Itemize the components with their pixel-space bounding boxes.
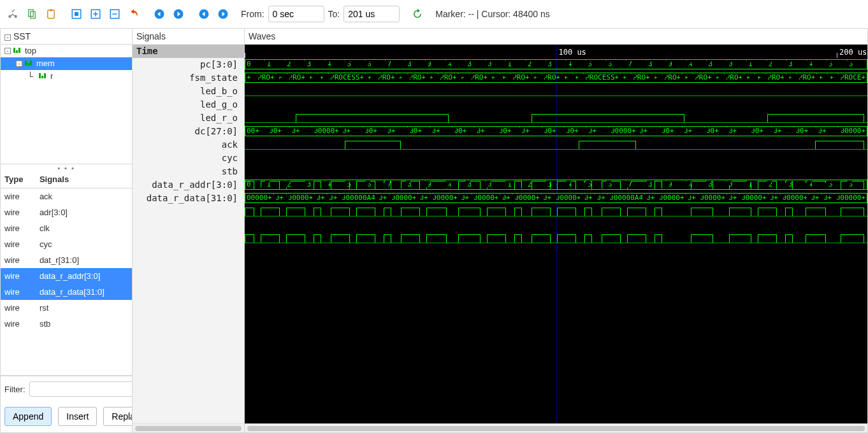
col-signals[interactable]: Signals bbox=[36, 171, 132, 188]
zoom-in-icon[interactable] bbox=[88, 6, 103, 22]
table-row[interactable]: wiredata_r_addr[3:0] bbox=[1, 268, 132, 284]
append-button[interactable]: Append bbox=[4, 407, 52, 426]
signals-panel: Signals Timepc[3:0]fsm_stateled_b_oled_g… bbox=[132, 28, 244, 433]
col-type[interactable]: Type bbox=[1, 171, 36, 188]
to-input[interactable] bbox=[344, 6, 400, 22]
tree-node-mem[interactable]: -mem bbox=[1, 57, 132, 70]
svg-rect-5 bbox=[75, 12, 78, 16]
waves-title: Waves bbox=[245, 29, 867, 45]
zoom-fit-icon[interactable] bbox=[69, 6, 84, 22]
jump-next-icon[interactable] bbox=[171, 6, 186, 22]
jump-prev-icon[interactable] bbox=[152, 6, 167, 22]
reload-icon[interactable] bbox=[410, 6, 425, 22]
table-row[interactable]: wireclk bbox=[1, 220, 132, 236]
signals-title: Signals bbox=[133, 29, 244, 45]
sst-panel: - SST -top-mem└r • • • Type Signals wire… bbox=[0, 28, 132, 433]
table-row[interactable]: wireadr[3:0] bbox=[1, 204, 132, 220]
table-row[interactable]: wirerst bbox=[1, 300, 132, 316]
table-row[interactable]: wiredata_r_data[31:0] bbox=[1, 284, 132, 300]
tree-node-r[interactable]: └r bbox=[1, 70, 132, 83]
sst-tree[interactable]: -top-mem└r bbox=[1, 45, 132, 164]
table-row[interactable]: wirestb bbox=[1, 316, 132, 332]
signal-label[interactable]: data_r_addr[3:0] bbox=[133, 178, 244, 192]
signal-label[interactable]: led_r_o bbox=[133, 111, 244, 125]
insert-button[interactable]: Insert bbox=[58, 407, 97, 426]
table-row[interactable]: wiredat_r[31:0] bbox=[1, 252, 132, 268]
toolbar: From: To: Marker: -- | Cursor: 48400 ns bbox=[0, 0, 868, 28]
zoom-out-icon[interactable] bbox=[107, 6, 122, 22]
svg-rect-3 bbox=[50, 9, 53, 11]
signal-label[interactable]: fsm_state bbox=[133, 71, 244, 85]
signal-label[interactable]: cyc bbox=[133, 152, 244, 165]
signal-label[interactable]: stb bbox=[133, 165, 244, 178]
signals-scrollbar[interactable] bbox=[133, 423, 244, 432]
signal-label[interactable]: pc[3:0] bbox=[133, 58, 244, 71]
from-input[interactable] bbox=[268, 6, 324, 22]
signal-label[interactable]: data_r_data[31:0] bbox=[133, 192, 244, 205]
tree-node-top[interactable]: -top bbox=[1, 45, 132, 57]
sst-title: SST bbox=[13, 31, 31, 41]
waves-panel: Waves 100 us200 us0123456789AB0123456789… bbox=[244, 28, 868, 433]
splitter-icon[interactable]: • • • bbox=[1, 164, 132, 171]
arrow-right-icon[interactable] bbox=[215, 6, 231, 22]
waves-scrollbar[interactable] bbox=[245, 423, 867, 432]
cut-icon[interactable] bbox=[5, 6, 20, 22]
table-row[interactable]: wirecyc bbox=[1, 236, 132, 252]
svg-rect-2 bbox=[48, 10, 55, 18]
filter-label: Filter: bbox=[4, 385, 25, 394]
arrow-left-icon[interactable] bbox=[196, 6, 212, 22]
copy-select-icon[interactable] bbox=[24, 6, 40, 22]
marker-cursor-text: Marker: -- | Cursor: 48400 ns bbox=[435, 9, 549, 19]
signal-table[interactable]: Type Signals wireackwireadr[3:0]wireclkw… bbox=[1, 171, 132, 376]
signal-label[interactable]: Time bbox=[133, 45, 244, 58]
signal-label[interactable]: dc[27:0] bbox=[133, 125, 244, 138]
signal-label[interactable]: led_b_o bbox=[133, 85, 244, 98]
waveform-canvas[interactable]: 100 us200 us0123456789AB0123456789AB0123… bbox=[245, 45, 867, 423]
to-label: To: bbox=[328, 9, 340, 19]
from-label: From: bbox=[241, 9, 264, 19]
paste-icon[interactable] bbox=[43, 6, 59, 22]
undo-icon[interactable] bbox=[126, 6, 141, 22]
signal-label[interactable]: led_g_o bbox=[133, 98, 244, 111]
signal-label[interactable]: ack bbox=[133, 138, 244, 152]
filter-input[interactable] bbox=[29, 381, 141, 397]
table-row[interactable]: wireack bbox=[1, 188, 132, 205]
